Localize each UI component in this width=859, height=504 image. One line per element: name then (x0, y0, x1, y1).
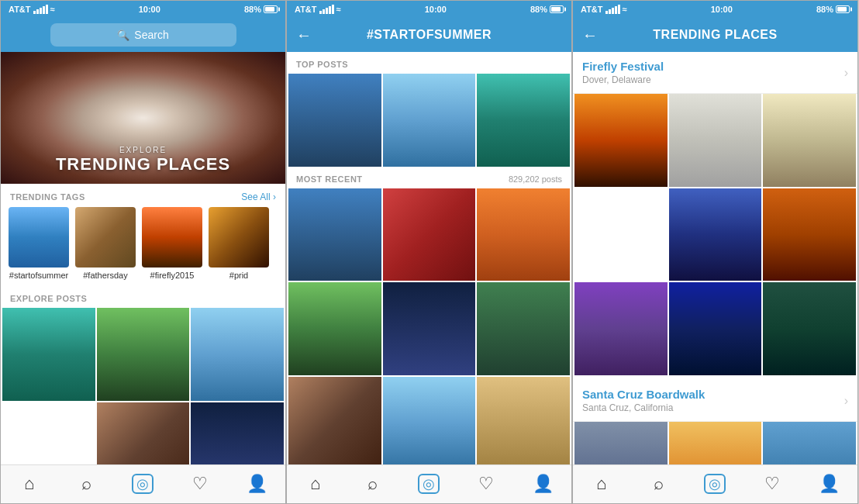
sc-photo-2[interactable] (763, 422, 856, 464)
battery-pct-3: 88% (816, 5, 833, 14)
nav-profile-2[interactable]: 👤 (523, 472, 562, 495)
nav-home-3[interactable]: ⌂ (582, 472, 621, 495)
nav-camera-3[interactable]: ◎ (695, 472, 734, 495)
tags-row: #startofsummer #fathersday #firefly2015 … (1, 207, 285, 288)
chevron-icon-1: › (844, 394, 848, 408)
home-icon-3: ⌂ (596, 475, 606, 492)
recent-4[interactable] (383, 282, 476, 375)
search-icon: 🔍 (117, 29, 129, 41)
sig-bar (43, 6, 45, 14)
post-cell-3[interactable] (97, 402, 190, 464)
top-post-0[interactable] (288, 74, 381, 167)
camera-icon-3: ◎ (704, 474, 726, 494)
ff-photo-7[interactable] (763, 282, 856, 375)
sc-photo-1[interactable] (669, 422, 762, 464)
content-hashtag: TOP POSTS MOST RECENT 829,202 posts (287, 52, 571, 464)
time-3: 10:00 (711, 5, 733, 14)
sig-bar (36, 9, 39, 14)
sig-bar (329, 6, 331, 14)
profile-icon-1: 👤 (247, 475, 267, 492)
search-bar[interactable]: 🔍 Search (50, 23, 236, 47)
nav-search-3[interactable]: ⌕ (639, 472, 678, 495)
ff-photo-0[interactable] (574, 94, 668, 187)
tag-label-1: #fathersday (83, 271, 127, 280)
nav-home-1[interactable]: ⌂ (10, 472, 49, 495)
top-post-1[interactable] (383, 74, 476, 167)
nav-camera-1[interactable]: ◎ (123, 472, 162, 495)
profile-icon-3: 👤 (819, 475, 840, 492)
search-icon-3: ⌕ (654, 475, 664, 492)
place-location-1: Santa Cruz, California (582, 402, 844, 413)
battery-icon-1 (264, 5, 278, 13)
post-cell-4[interactable] (191, 402, 284, 464)
nav-activity-2[interactable]: ♡ (467, 472, 505, 495)
page-title-2: #STARTOFSUMMER (367, 28, 492, 42)
nav-activity-3[interactable]: ♡ (753, 472, 792, 495)
ff-photo-3[interactable] (669, 188, 762, 281)
tag-item-0[interactable]: #startofsummer (9, 207, 69, 280)
battery-fill-1 (265, 7, 274, 12)
recent-8[interactable] (477, 377, 570, 464)
ff-photo-4[interactable] (763, 188, 856, 281)
heart-icon-3: ♡ (764, 475, 780, 492)
tag-item-2[interactable]: #firefly2015 (142, 207, 202, 280)
post-img-2 (191, 308, 284, 401)
ff-photo-2[interactable] (763, 94, 856, 187)
ff-photo-5[interactable] (574, 282, 668, 375)
recent-3[interactable] (288, 282, 381, 375)
back-button-2[interactable]: ← (296, 26, 312, 44)
nav-profile-3[interactable]: 👤 (809, 472, 848, 495)
place-item-0[interactable]: Firefly Festival Dover, Delaware › (573, 52, 857, 94)
nav-camera-2[interactable]: ◎ (409, 472, 448, 495)
recent-7[interactable] (383, 377, 476, 464)
back-button-3[interactable]: ← (582, 26, 598, 44)
status-left-1: AT&T ≈ (9, 5, 55, 14)
post-cell-1[interactable] (97, 308, 190, 401)
sc-photo-0[interactable] (574, 422, 668, 464)
phone-explore: AT&T ≈ 10:00 88% 🔍 (0, 0, 286, 504)
status-right-3: 88% (816, 5, 850, 14)
home-icon-2: ⌂ (310, 475, 320, 492)
ff-photo-1[interactable] (669, 94, 762, 187)
home-icon-1: ⌂ (24, 475, 34, 492)
top-post-img-2 (477, 74, 570, 167)
nav-profile-1[interactable]: 👤 (237, 472, 276, 495)
recent-2[interactable] (477, 188, 570, 281)
sig-bar (323, 9, 325, 14)
nav-home-2[interactable]: ⌂ (296, 472, 335, 495)
see-all-button[interactable]: See All › (241, 192, 276, 202)
battery-pct-2: 88% (530, 5, 547, 14)
firefly-photos (574, 94, 856, 375)
search-icon-1: ⌕ (81, 475, 91, 492)
recent-0[interactable] (288, 188, 381, 281)
top-post-2[interactable] (477, 74, 570, 167)
top-post-img-0 (288, 74, 381, 167)
nav-search-2[interactable]: ⌕ (353, 472, 392, 495)
nav-search-1[interactable]: ⌕ (67, 472, 105, 495)
recent-grid (287, 188, 571, 464)
bottom-nav-2: ⌂ ⌕ ◎ ♡ 👤 (287, 464, 571, 503)
wifi-icon-3: ≈ (623, 5, 627, 14)
hero-banner[interactable]: EXPLORE TRENDING PLACES (1, 52, 285, 184)
recent-6[interactable] (288, 377, 381, 464)
place-item-1[interactable]: Santa Cruz Boardwalk Santa Cruz, Califor… (573, 380, 857, 422)
tag-img-1 (75, 207, 136, 268)
ff-photo-6[interactable] (669, 282, 762, 375)
wifi-icon-1: ≈ (50, 5, 55, 14)
heart-icon-2: ♡ (478, 475, 494, 492)
tag-item-1[interactable]: #fathersday (75, 207, 136, 280)
phones-container: AT&T ≈ 10:00 88% 🔍 (0, 0, 859, 504)
carrier-1: AT&T (9, 5, 31, 14)
recent-5[interactable] (477, 282, 570, 375)
tag-item-3[interactable]: #prid (209, 207, 269, 280)
nav-activity-1[interactable]: ♡ (181, 472, 219, 495)
recent-1[interactable] (383, 188, 476, 281)
header-2: ← #STARTOFSUMMER (287, 18, 571, 52)
place-info-1: Santa Cruz Boardwalk Santa Cruz, Califor… (582, 388, 844, 413)
post-cell-0[interactable] (2, 308, 95, 401)
signal-3 (605, 5, 620, 14)
time-2: 10:00 (425, 5, 447, 14)
bottom-nav-3: ⌂ ⌕ ◎ ♡ 👤 (573, 464, 857, 503)
post-cell-2[interactable] (191, 308, 284, 401)
santacruz-photos (574, 422, 856, 464)
